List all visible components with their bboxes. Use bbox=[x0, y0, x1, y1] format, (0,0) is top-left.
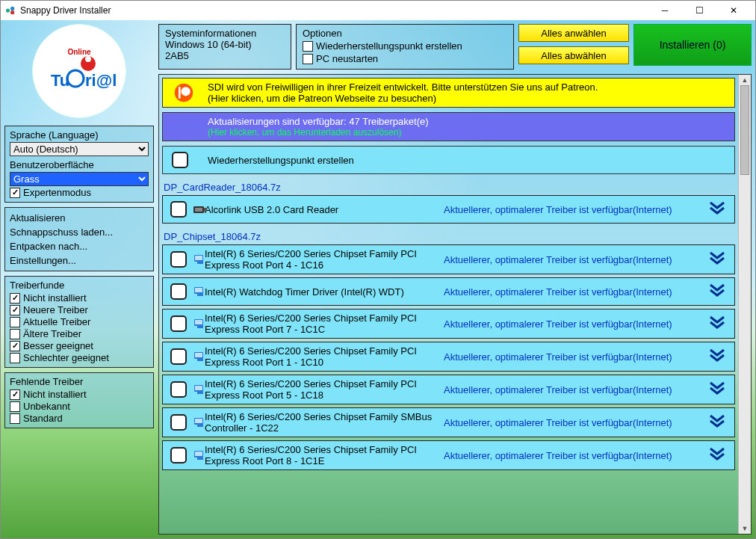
expand-icon[interactable] bbox=[707, 446, 727, 465]
opt-restart-checkbox[interactable] bbox=[303, 54, 313, 64]
close-button[interactable]: ✕ bbox=[716, 1, 751, 20]
svg-rect-25 bbox=[195, 353, 202, 357]
found-row-5[interactable]: Schlechter geeignet bbox=[10, 352, 149, 363]
expand-icon[interactable] bbox=[707, 200, 727, 219]
missing-row-2[interactable]: Standard bbox=[10, 413, 149, 424]
expand-icon[interactable] bbox=[707, 380, 727, 399]
missing-row-1[interactable]: Unbekannt bbox=[10, 401, 149, 412]
found-checkbox-4[interactable] bbox=[10, 341, 20, 351]
found-row-3[interactable]: Ältere Treiber bbox=[10, 328, 149, 339]
driver-checkbox[interactable] bbox=[170, 283, 187, 300]
missing-title: Fehlende Treiber bbox=[10, 376, 149, 387]
driver-row[interactable]: Intel(R) 6 Series/C200 Series Chipset Fa… bbox=[162, 342, 735, 372]
expert-mode-row[interactable]: Expertenmodus bbox=[10, 187, 149, 198]
sysinfo-id: 2AB5 bbox=[165, 50, 285, 61]
svg-rect-26 bbox=[197, 359, 203, 361]
found-checkbox-1[interactable] bbox=[10, 305, 20, 315]
driver-checkbox[interactable] bbox=[170, 381, 187, 398]
expand-icon[interactable] bbox=[707, 282, 727, 301]
action-3[interactable]: Einstellungen... bbox=[10, 253, 149, 268]
missing-checkbox-0[interactable] bbox=[10, 389, 20, 400]
svg-rect-17 bbox=[197, 262, 203, 264]
action-0[interactable]: Aktualisieren bbox=[10, 211, 149, 225]
driver-name: Intel(R) Watchdog Timer Driver (Intel(R)… bbox=[205, 286, 444, 298]
missing-checkbox-2[interactable] bbox=[10, 413, 20, 424]
select-all-button[interactable]: Alles anwählen bbox=[518, 24, 629, 42]
language-select[interactable]: Auto (Deutsch) bbox=[10, 142, 149, 156]
opt-restorepoint-checkbox[interactable] bbox=[303, 41, 313, 52]
found-checkbox-2[interactable] bbox=[10, 317, 20, 327]
driver-checkbox[interactable] bbox=[170, 414, 187, 431]
driver-status: Aktuellerer, optimalerer Treiber ist ver… bbox=[444, 417, 728, 428]
expand-icon[interactable] bbox=[707, 347, 727, 366]
driver-checkbox[interactable] bbox=[170, 447, 187, 463]
svg-point-0 bbox=[6, 8, 10, 12]
sysinfo-panel[interactable]: Systeminformationen Windows 10 (64-bit) … bbox=[158, 24, 291, 70]
found-label-1: Neuere Treiber bbox=[23, 304, 88, 315]
minimize-button[interactable]: ─ bbox=[648, 1, 682, 20]
driver-scroll-area[interactable]: SDI wird von Freiwilligen in ihrer Freiz… bbox=[159, 75, 738, 534]
svg-rect-13 bbox=[195, 208, 202, 212]
found-row-1[interactable]: Neuere Treiber bbox=[10, 304, 149, 315]
expert-mode-checkbox[interactable] bbox=[10, 188, 20, 198]
expand-icon[interactable] bbox=[707, 413, 727, 432]
missing-checkbox-1[interactable] bbox=[10, 401, 20, 412]
updates-banner[interactable]: Aktualisierungen sind verfügbar: 47 Trei… bbox=[162, 112, 735, 141]
patreon-banner[interactable]: SDI wird von Freiwilligen in ihrer Freiz… bbox=[162, 78, 735, 108]
maximize-button[interactable]: ☐ bbox=[682, 1, 716, 20]
theme-select[interactable]: Grass bbox=[10, 172, 149, 186]
scroll-down-icon[interactable]: ▼ bbox=[739, 523, 751, 534]
found-row-2[interactable]: Aktuelle Treiber bbox=[10, 316, 149, 327]
driver-name: Intel(R) 6 Series/C200 Series Chipset Fa… bbox=[205, 345, 444, 368]
driver-checkbox[interactable] bbox=[170, 251, 187, 268]
found-row-4[interactable]: Besser geeignet bbox=[10, 340, 149, 351]
missing-row-0[interactable]: Nicht installiert bbox=[10, 389, 149, 400]
driver-status: Aktuellerer, optimalerer Treiber ist ver… bbox=[444, 286, 728, 298]
found-row-0[interactable]: Nicht installiert bbox=[10, 292, 149, 304]
scrollbar[interactable]: ▲ ▼ bbox=[738, 75, 751, 534]
svg-rect-11 bbox=[179, 87, 181, 99]
found-filters-panel: Treiberfunde Nicht installiertNeuere Tre… bbox=[4, 276, 154, 368]
driver-status: Aktuellerer, optimalerer Treiber ist ver… bbox=[444, 254, 728, 265]
group-title-1[interactable]: DP_Chipset_18064.7z bbox=[164, 231, 735, 242]
deselect-all-button[interactable]: Alles abwählen bbox=[518, 46, 629, 64]
svg-point-2 bbox=[10, 10, 14, 14]
action-2[interactable]: Entpacken nach... bbox=[10, 239, 149, 253]
svg-text:Online: Online bbox=[67, 48, 91, 56]
scroll-thumb[interactable] bbox=[740, 85, 749, 175]
titlebar[interactable]: Snappy Driver Installer ─ ☐ ✕ bbox=[1, 1, 755, 20]
restorepoint-checkbox[interactable] bbox=[172, 152, 188, 168]
opt-restart-row[interactable]: PC neustarten bbox=[303, 53, 507, 64]
driver-checkbox[interactable] bbox=[170, 348, 187, 365]
driver-row[interactable]: Intel(R) 6 Series/C200 Series Chipset Fa… bbox=[162, 440, 735, 470]
found-checkbox-3[interactable] bbox=[10, 329, 20, 339]
options-title: Optionen bbox=[303, 28, 507, 39]
driver-row[interactable]: Intel(R) Watchdog Timer Driver (Intel(R)… bbox=[162, 277, 735, 306]
driver-list-panel: SDI wird von Freiwilligen in ihrer Freiz… bbox=[158, 74, 752, 535]
theme-label: Benutzeroberfläche bbox=[10, 159, 149, 170]
driver-row[interactable]: Intel(R) 6 Series/C200 Series Chipset Fa… bbox=[162, 309, 735, 339]
app-icon bbox=[5, 5, 16, 16]
expand-icon[interactable] bbox=[707, 314, 727, 333]
driver-row[interactable]: Intel(R) 6 Series/C200 Series Chipset Fa… bbox=[162, 375, 735, 404]
group-title-0[interactable]: DP_CardReader_18064.7z bbox=[164, 182, 735, 193]
install-button[interactable]: Installieren (0) bbox=[633, 24, 752, 66]
opt-restart-label: PC neustarten bbox=[316, 53, 378, 64]
found-checkbox-5[interactable] bbox=[10, 353, 20, 363]
action-1[interactable]: Schnappschuss laden... bbox=[10, 225, 149, 239]
driver-row[interactable]: Intel(R) 6 Series/C200 Series Chipset Fa… bbox=[162, 244, 735, 274]
driver-checkbox[interactable] bbox=[170, 315, 187, 332]
language-label: Sprache (Language) bbox=[10, 129, 149, 141]
driver-row[interactable]: Alcorlink USB 2.0 Card ReaderAktuellerer… bbox=[162, 195, 735, 224]
found-checkbox-0[interactable] bbox=[10, 293, 20, 304]
missing-label-2: Standard bbox=[23, 413, 63, 424]
restorepoint-banner[interactable]: Wiederherstellungspunkt erstellen bbox=[162, 146, 735, 174]
driver-row[interactable]: Intel(R) 6 Series/C200 Series Chipset Fa… bbox=[162, 407, 735, 437]
opt-restorepoint-row[interactable]: Wiederherstellungspunkt erstellen bbox=[303, 40, 507, 52]
scroll-up-icon[interactable]: ▲ bbox=[739, 75, 751, 85]
found-label-4: Besser geeignet bbox=[23, 340, 93, 351]
expand-icon[interactable] bbox=[707, 250, 727, 269]
svg-rect-14 bbox=[204, 208, 207, 212]
svg-rect-19 bbox=[195, 288, 202, 292]
driver-checkbox[interactable] bbox=[170, 201, 187, 218]
